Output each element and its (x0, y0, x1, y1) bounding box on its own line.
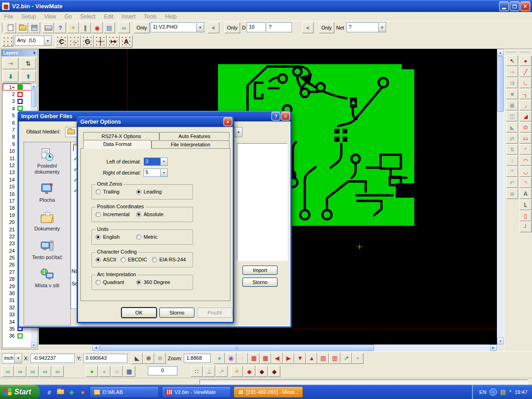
measure-diagonal-button[interactable]: ↗ (340, 353, 352, 364)
radio-ascii[interactable]: ASCII (96, 257, 116, 262)
view-draw-button[interactable]: ∞ (39, 366, 51, 377)
prev-dcode-button[interactable]: < (302, 22, 314, 33)
dcode-extra-input[interactable]: ? (267, 22, 292, 32)
aperture-list-button[interactable]: ☀ (67, 22, 79, 33)
draw-tool-10-button[interactable]: ◡ (520, 166, 532, 177)
pan-down-button[interactable]: ▼ (294, 353, 306, 364)
gerber-options-titlebar[interactable]: Gerber Options × (77, 116, 234, 127)
layer-color-chip[interactable] (18, 85, 23, 90)
layers-panel-titlebar[interactable]: Layers x (1, 50, 37, 56)
prev-layer-button[interactable]: < (208, 22, 219, 33)
draw-tool-8-button[interactable]: ◜ (520, 144, 532, 155)
chevron-down-icon[interactable]: ▼ (44, 36, 51, 45)
chevron-down-icon[interactable]: ▼ (160, 158, 167, 165)
layers-close-icon[interactable]: x (33, 50, 36, 56)
probe-button[interactable]: ⊕ (154, 353, 166, 364)
close-button[interactable]: × (520, 1, 530, 11)
layer-row[interactable]: 36 (3, 332, 32, 339)
unit-combo[interactable]: inch ▼ (2, 353, 22, 363)
edit-tool-10-button[interactable]: * (506, 166, 518, 177)
draw-tool-15-button[interactable]: ┘ (520, 222, 532, 232)
edit-tool-12-button[interactable]: ⊗ (506, 188, 518, 199)
aperture-type-combo[interactable]: Any (U) ▼ (15, 36, 52, 46)
chevron-down-icon[interactable]: ▼ (14, 354, 22, 363)
draw-tool-14-button[interactable]: ▯ (520, 211, 532, 221)
grid-step-field[interactable]: 0 (148, 366, 177, 375)
menu-item-file[interactable]: File (0, 12, 17, 21)
grid-toggle-button[interactable]: ▦ (260, 353, 271, 364)
draw-tool-7-button[interactable]: ▭ (520, 133, 532, 144)
canvas-hscrollbar[interactable]: ◀ ▶ (92, 345, 497, 351)
view-selection-button[interactable]: ∞ (2, 366, 14, 377)
draw-tool-13-button[interactable]: L (520, 200, 532, 210)
layer-color-chip[interactable] (18, 333, 23, 339)
highlight-track-button[interactable]: ↦ (107, 35, 120, 48)
save-button[interactable] (29, 22, 40, 33)
layer-color-chip[interactable] (18, 99, 23, 104)
ok-button[interactable]: OK (121, 308, 157, 318)
radio-trailing[interactable]: Trailing (96, 189, 120, 194)
draw-tool-6-button[interactable]: ⊙ (520, 122, 532, 133)
scroll-down-icon[interactable]: ▼ (497, 338, 504, 345)
scroll-down-icon[interactable]: ▼ (31, 342, 36, 348)
pan-right-button[interactable]: ▶ (283, 353, 294, 364)
only-net-button[interactable]: Only (319, 22, 334, 33)
layers-scroll-thumb[interactable] (31, 90, 36, 107)
highlight-text-button[interactable]: A (120, 35, 133, 48)
pad-pattern-button[interactable]: ◆ (243, 366, 255, 377)
green-app-icon[interactable]: ◈ (67, 388, 76, 396)
edit-tool-6-button[interactable]: ◣ (506, 122, 518, 133)
draw-tool-5-button[interactable]: ◢ (520, 111, 532, 121)
highlight-c-button[interactable]: C (55, 35, 68, 48)
new-button[interactable] (5, 22, 16, 33)
table-button[interactable]: ▦ (123, 366, 135, 377)
edit-tool-3-button[interactable]: ■ (506, 89, 518, 99)
menu-item-select[interactable]: Select (76, 12, 100, 21)
menu-item-tools[interactable]: Tools (140, 12, 161, 21)
zoom-grid-button[interactable]: ◉ (225, 353, 236, 364)
scroll-up-icon[interactable]: ▲ (31, 83, 36, 89)
grid-points-button[interactable]: ∷ (191, 366, 203, 377)
place-documents[interactable]: Dokumenty (25, 211, 69, 232)
protractor-button[interactable]: ◣ (131, 353, 143, 364)
apply-button[interactable]: Použít (197, 308, 232, 318)
radio-absolute[interactable]: Absolute (136, 212, 163, 217)
chevron-down-icon[interactable]: ▼ (378, 23, 386, 32)
layer-combo[interactable]: 1) V2.PHO ▼ (151, 22, 204, 32)
right-of-decimal-combo[interactable]: 5 ▼ (144, 169, 168, 177)
only-layer-button[interactable]: Only (134, 22, 150, 33)
hide-tray-icons-button[interactable]: ‹ (490, 388, 497, 396)
scroll-up-icon[interactable]: ▲ (497, 49, 504, 56)
menu-item-go[interactable]: Go (60, 12, 76, 21)
select-area-button[interactable]: ▫ (352, 353, 363, 364)
layer-insert-button[interactable]: ⇥ (3, 58, 18, 69)
scroll-left-icon[interactable]: ◀ (92, 345, 99, 351)
vector-button[interactable]: ↗ (216, 366, 228, 377)
scroll-right-icon[interactable]: ▶ (490, 345, 497, 351)
grid-snap-button[interactable]: ▤ (317, 353, 329, 364)
import-button[interactable]: Import (242, 266, 278, 275)
view-all-button[interactable]: ∞ (52, 366, 64, 377)
place-recent-documents[interactable]: Poslední dokumenty (25, 148, 69, 175)
dialog-close-button[interactable]: × (281, 112, 290, 121)
gerber-close-button[interactable]: × (224, 117, 232, 126)
layer-row[interactable]: 3 (3, 98, 32, 105)
layer-down-button[interactable]: ⬇ (3, 71, 18, 82)
layer-colors-button[interactable]: ▤ (103, 22, 115, 33)
place-desktop[interactable]: Plocha (25, 182, 69, 203)
edit-tool-0-button[interactable]: ↖ (506, 55, 518, 66)
open-button[interactable] (17, 22, 28, 33)
place-network[interactable]: Místa v síti (25, 267, 69, 289)
chevron-down-icon[interactable]: ▼ (160, 169, 167, 176)
view-settings-button[interactable]: ∞ (118, 22, 130, 33)
radio-eia-rs244[interactable]: EIA RS-244 (152, 257, 186, 262)
firefox-icon[interactable]: ● (79, 388, 87, 396)
highlight-arrow-button[interactable]: → (68, 35, 81, 48)
zoom-window-button[interactable]: ◌ (236, 353, 248, 364)
ie-icon[interactable]: e (45, 388, 54, 396)
dcode-highlight-button[interactable]: ◉ (91, 22, 103, 33)
edit-tool-7-button[interactable]: ⇄ (506, 133, 518, 144)
cancel-button[interactable]: Storno (159, 308, 194, 318)
radio-incremental[interactable]: Incremental (96, 212, 129, 217)
tab-rs274x-options[interactable]: RS274-X Options (83, 132, 159, 140)
